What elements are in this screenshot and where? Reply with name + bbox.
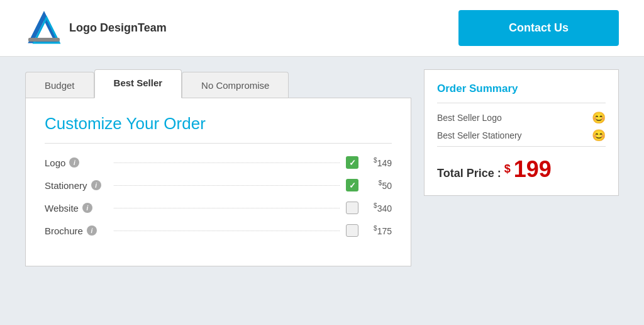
website-right: $340 bbox=[346, 202, 392, 214]
brochure-price: $175 bbox=[364, 225, 392, 236]
summary-divider-1 bbox=[437, 103, 606, 103]
brochure-label: Brochure i bbox=[45, 225, 108, 236]
tab-budget[interactable]: Budget bbox=[25, 72, 94, 98]
logo-info-icon[interactable]: i bbox=[69, 157, 79, 168]
logo-checkbox[interactable] bbox=[346, 156, 358, 169]
brochure-right: $175 bbox=[346, 224, 392, 237]
order-summary-panel: Order Summary Best Seller Logo 😊 Best Se… bbox=[424, 69, 619, 196]
left-panel: Budget Best Seller No Compromise Customi… bbox=[25, 69, 411, 312]
website-checkbox[interactable] bbox=[346, 202, 358, 214]
logo-right: $149 bbox=[346, 156, 392, 169]
stationery-price: $50 bbox=[364, 180, 392, 191]
summary-stationery-emoji: 😊 bbox=[592, 128, 606, 142]
order-summary-title: Order Summary bbox=[437, 83, 606, 95]
logo-dots bbox=[114, 162, 340, 163]
form-panel: Customize Your Order Logo i $149 Station… bbox=[25, 98, 411, 266]
website-dots bbox=[114, 208, 340, 208]
summary-item-logo: Best Seller Logo 😊 bbox=[437, 111, 606, 125]
total-row: Total Price : $ 199 bbox=[437, 156, 606, 183]
website-price: $340 bbox=[364, 202, 392, 214]
title-divider bbox=[45, 143, 392, 144]
line-item-stationery: Stationery i $50 bbox=[45, 179, 392, 191]
stationery-label: Stationery i bbox=[45, 180, 108, 191]
customize-title: Customize Your Order bbox=[45, 114, 392, 134]
line-item-website: Website i $340 bbox=[45, 202, 392, 214]
brochure-dots bbox=[114, 231, 340, 231]
tabs-container: Budget Best Seller No Compromise bbox=[25, 69, 411, 98]
main-content: Budget Best Seller No Compromise Customi… bbox=[0, 57, 644, 325]
summary-logo-label: Best Seller Logo bbox=[437, 113, 502, 123]
summary-stationery-label: Best Seller Stationery bbox=[437, 130, 522, 140]
brochure-info-icon[interactable]: i bbox=[87, 225, 97, 236]
header: Logo DesignTeam Contact Us bbox=[0, 0, 644, 57]
tab-no-compromise[interactable]: No Compromise bbox=[182, 72, 289, 98]
stationery-checkbox[interactable] bbox=[346, 179, 358, 191]
stationery-right: $50 bbox=[346, 179, 392, 191]
summary-divider-2 bbox=[437, 146, 606, 147]
website-info-icon[interactable]: i bbox=[82, 203, 92, 213]
summary-item-stationery: Best Seller Stationery 😊 bbox=[437, 128, 606, 142]
tab-best-seller[interactable]: Best Seller bbox=[94, 69, 182, 98]
logo-icon bbox=[25, 9, 63, 47]
total-label: Total Price : bbox=[437, 167, 501, 180]
line-item-brochure: Brochure i $175 bbox=[45, 224, 392, 237]
contact-us-button[interactable]: Contact Us bbox=[458, 10, 619, 46]
line-item-logo: Logo i $149 bbox=[45, 156, 392, 169]
total-amount: 199 bbox=[514, 156, 552, 182]
website-label: Website i bbox=[45, 203, 108, 214]
summary-logo-emoji: 😊 bbox=[592, 111, 606, 125]
total-currency: $ bbox=[504, 162, 511, 175]
svg-rect-2 bbox=[28, 38, 60, 42]
logo-label: Logo i bbox=[45, 157, 108, 168]
stationery-info-icon[interactable]: i bbox=[91, 180, 101, 190]
logo-area: Logo DesignTeam bbox=[25, 9, 167, 47]
brochure-checkbox[interactable] bbox=[346, 224, 358, 237]
logo-text: Logo DesignTeam bbox=[69, 21, 167, 35]
logo-price: $149 bbox=[364, 157, 392, 168]
stationery-dots bbox=[114, 185, 340, 186]
